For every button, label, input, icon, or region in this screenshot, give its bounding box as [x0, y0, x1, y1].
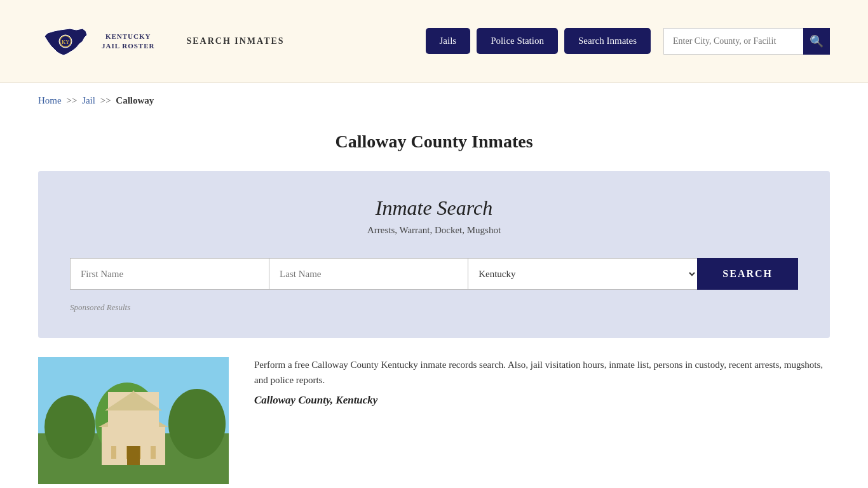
svg-rect-13 — [151, 430, 156, 459]
inmate-search-subtitle: Arrests, Warrant, Docket, Mugshot — [70, 225, 798, 236]
main-nav: Jails Police Station Search Inmates 🔍 — [426, 28, 830, 55]
inmate-search-box: Inmate Search Arrests, Warrant, Docket, … — [38, 171, 830, 338]
logo-text: KENTUCKY JAIL ROSTER — [102, 32, 154, 50]
search-icon: 🔍 — [810, 34, 824, 48]
site-header: KY KENTUCKY JAIL ROSTER SEARCH INMATES J… — [0, 0, 868, 83]
search-inmates-button[interactable]: Search Inmates — [564, 28, 651, 54]
bottom-subheading: Calloway County, Kentucky — [254, 394, 830, 407]
logo-line2: JAIL ROSTER — [102, 41, 154, 50]
inmate-search-button[interactable]: SEARCH — [697, 258, 798, 290]
jails-button[interactable]: Jails — [426, 28, 471, 54]
first-name-input[interactable] — [70, 258, 269, 290]
page-title-area: Calloway County Inmates — [0, 119, 868, 171]
svg-rect-10 — [111, 430, 116, 459]
breadcrumb: Home >> Jail >> Calloway — [0, 83, 868, 119]
breadcrumb-home[interactable]: Home — [38, 95, 62, 105]
search-fields: AlabamaAlaskaArizonaArkansasCaliforniaCo… — [70, 258, 798, 290]
bottom-description: Perform a free Calloway County Kentucky … — [254, 357, 830, 388]
state-select[interactable]: AlabamaAlaskaArizonaArkansasCaliforniaCo… — [468, 258, 697, 290]
bottom-text: Perform a free Calloway County Kentucky … — [254, 357, 830, 484]
svg-point-5 — [44, 395, 95, 459]
last-name-input[interactable] — [269, 258, 468, 290]
courthouse-image — [38, 357, 229, 484]
breadcrumb-sep1: >> — [66, 95, 77, 105]
logo-line1: KENTUCKY — [105, 32, 151, 41]
breadcrumb-sep2: >> — [100, 95, 111, 105]
breadcrumb-current: Calloway — [116, 95, 154, 105]
logo-icon: KY — [38, 14, 92, 68]
header-search-input[interactable] — [663, 28, 803, 55]
bottom-content: Perform a free Calloway County Kentucky … — [0, 338, 868, 488]
svg-marker-16 — [128, 390, 139, 398]
svg-rect-14 — [127, 443, 140, 465]
svg-marker-9 — [98, 408, 168, 427]
header-search: 🔍 — [663, 28, 830, 55]
page-title: Calloway County Inmates — [38, 132, 830, 152]
svg-rect-15 — [128, 398, 139, 410]
inmate-search-title: Inmate Search — [70, 196, 798, 220]
site-subtitle: SEARCH INMATES — [186, 36, 284, 46]
sponsored-label: Sponsored Results — [70, 302, 798, 313]
police-station-button[interactable]: Police Station — [477, 28, 558, 54]
svg-point-6 — [168, 389, 226, 459]
breadcrumb-jail[interactable]: Jail — [82, 95, 95, 105]
svg-text:KY: KY — [62, 39, 69, 45]
logo-area[interactable]: KY KENTUCKY JAIL ROSTER — [38, 14, 154, 68]
header-search-button[interactable]: 🔍 — [803, 28, 830, 55]
